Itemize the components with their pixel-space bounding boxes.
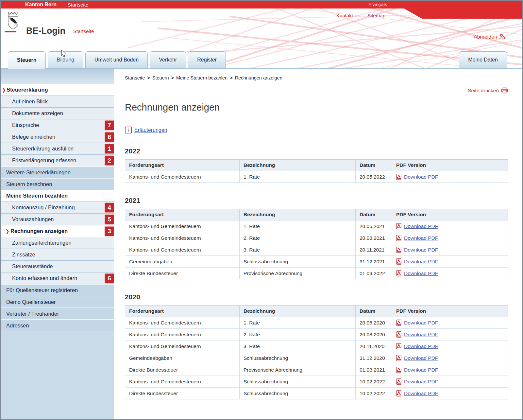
cell-forderungsart: Direkte Bundessteuer	[125, 364, 240, 376]
sidebar-item-zahlungserleichterungen[interactable]: Zahlungserleichterungen	[1, 237, 114, 249]
pdf-file-icon	[396, 223, 402, 229]
tab-verkehr[interactable]: Verkehr	[150, 51, 186, 68]
sidebar-item-auf-einen-blick[interactable]: Auf einen Blick	[1, 96, 114, 107]
sidebar-item-einsprache[interactable]: Einsprache7	[1, 119, 114, 131]
sidebar-item-meine-steuern-bezahlen[interactable]: Meine Steuern bezahlen	[1, 190, 114, 201]
cell-pdf-version: Download PDF	[392, 341, 508, 352]
breadcrumb-item-steuern[interactable]: Steuern	[152, 75, 169, 80]
year-heading-2020: 2020	[125, 293, 508, 301]
print-page-link[interactable]: Seite drucken	[468, 88, 499, 94]
sidebar-item-rechnungen-anzeigen[interactable]: ❯Rechnungen anzeigen3	[1, 225, 114, 237]
download-pdf-link[interactable]: Download PDF	[404, 247, 438, 253]
tab-umwelt-und-boden[interactable]: Umwelt und Boden	[85, 51, 148, 68]
download-pdf-link[interactable]: Download PDF	[404, 320, 438, 326]
explanations-link[interactable]: Erläuterungen	[134, 127, 167, 133]
pdf-file-icon	[396, 258, 402, 265]
notification-badge: 4	[104, 202, 114, 213]
printer-icon[interactable]	[501, 87, 508, 94]
tab-meine-daten[interactable]: Meine Daten	[459, 51, 507, 68]
notification-badge: 8	[104, 132, 114, 142]
table-row: Kantons- und Gemeindesteuern1. Rate20.05…	[125, 171, 508, 183]
download-pdf-link[interactable]: Download PDF	[404, 343, 438, 349]
cell-pdf-version: Download PDF	[392, 244, 508, 256]
sidebar-item-label: Belege einreichen	[12, 134, 55, 140]
pdf-file-icon	[396, 247, 402, 253]
sidebar-item-dokumente-anzeigen[interactable]: Dokumente anzeigen	[1, 107, 114, 119]
year-heading-2022: 2022	[125, 147, 508, 155]
table-header-row: ForderungsartBezeichnungDatumPDF Version	[125, 209, 508, 220]
sidebar-item-steuern-berechnen[interactable]: Steuern berechnen	[1, 178, 114, 190]
breadcrumb-item-startseite[interactable]: Startseite	[125, 75, 145, 80]
download-pdf-link[interactable]: Download PDF	[404, 235, 438, 241]
topbar-startseite-link[interactable]: Startseite	[68, 2, 88, 8]
cell-pdf-version: Download PDF	[392, 220, 508, 232]
tab-steuern[interactable]: Steuern	[8, 51, 46, 69]
cell-forderungsart: Kantons- und Gemeindesteuern	[125, 317, 240, 329]
sidebar-item-weitere-steuererkl-rungen[interactable]: Weitere Steuererklärungen	[1, 166, 114, 178]
active-chevron-icon: ❯	[6, 228, 9, 234]
notification-badge: 3	[104, 226, 114, 236]
breadcrumb-separator: >	[171, 75, 174, 80]
logout-link[interactable]: Abmelden	[474, 34, 506, 40]
table-row: Kantons- und Gemeindesteuern2. Rate20.08…	[125, 329, 508, 341]
table-row: Kantons- und Gemeindesteuern3. Rate20.11…	[125, 244, 508, 256]
cell-datum: 01.03.2022	[356, 268, 392, 279]
sidebar-item-konto-erfassen-und-ndern[interactable]: Konto erfassen und ändern6	[1, 272, 114, 284]
download-pdf-link[interactable]: Download PDF	[404, 259, 438, 265]
kanton-bern-link[interactable]: Kanton Bern	[25, 2, 57, 8]
sidebar-item-vorauszahlungen[interactable]: Vorauszahlungen5	[1, 213, 114, 225]
column-header-forderungsart: Forderungsart	[125, 209, 240, 220]
cell-bezeichnung: Schlussabrechnung	[240, 388, 356, 399]
sidebar-item-f-r-quellensteuer-registrieren[interactable]: Für Quellensteuer registrieren	[1, 284, 114, 296]
sidebar-item-label: Weitere Steuererklärungen	[6, 169, 71, 176]
sidebar-item-vertreter-treuh-nder[interactable]: Vertreter / Treuhänder	[1, 307, 114, 319]
download-pdf-link[interactable]: Download PDF	[404, 355, 438, 361]
sidebar-item-label: Steuern berechnen	[6, 181, 52, 187]
notification-badge: 2	[104, 155, 114, 166]
cell-bezeichnung: Provisorische Abrechnung	[240, 268, 356, 279]
tab-label: Verkehr	[159, 57, 177, 63]
column-header-pdf-version: PDF Version	[392, 306, 508, 317]
tab-label: Bildung	[57, 57, 74, 63]
sidebar-item-demo-quellensteuer[interactable]: Demo Quellensteuer	[1, 296, 114, 307]
explanations-row: i Erläuterungen	[125, 127, 508, 133]
language-francais-link[interactable]: Français	[368, 2, 387, 7]
info-icon: i	[125, 127, 132, 133]
cell-pdf-version: Download PDF	[392, 376, 508, 388]
download-pdf-link[interactable]: Download PDF	[404, 174, 438, 180]
sidebar-item-adressen[interactable]: Adressen	[1, 319, 114, 331]
download-pdf-link[interactable]: Download PDF	[404, 223, 438, 229]
cell-pdf-version: Download PDF	[392, 329, 508, 341]
download-pdf-link[interactable]: Download PDF	[404, 391, 438, 396]
download-pdf-link[interactable]: Download PDF	[404, 379, 438, 385]
cell-forderungsart: Kantons- und Gemeindesteuern	[125, 329, 240, 341]
download-pdf-link[interactable]: Download PDF	[404, 367, 438, 373]
sidebar-item-belege-einreichen[interactable]: Belege einreichen8	[1, 131, 114, 143]
tab-register[interactable]: Register	[188, 51, 226, 68]
header-startseite-link[interactable]: Startseite	[73, 28, 94, 34]
sitemap-link[interactable]: Sitemap	[367, 13, 385, 18]
kontakt-link[interactable]: Kontakt	[336, 13, 353, 18]
download-pdf-link[interactable]: Download PDF	[404, 332, 438, 338]
sidebar-item-steuererkl-rung-ausf-llen[interactable]: Steuererklärung ausfüllen1	[1, 143, 114, 154]
sidebar-item-label: Steuererklärung	[7, 87, 48, 93]
column-header-datum: Datum	[356, 209, 392, 220]
sidebar-item-steuerausst-nde[interactable]: Steuerausstände	[1, 260, 114, 272]
column-header-forderungsart: Forderungsart	[125, 306, 240, 317]
table-row: Kantons- und Gemeindesteuern2. Rate20.08…	[125, 232, 508, 244]
cell-pdf-version: Download PDF	[392, 317, 508, 329]
breadcrumb-separator: >	[147, 75, 150, 80]
sidebar-item-zinss-tze[interactable]: Zinssätze	[1, 249, 114, 260]
cell-datum: 20.05.2020	[356, 317, 392, 329]
sidebar-item-kontoauszug-einzahlung[interactable]: Kontoauszug / Einzahlung4	[1, 201, 114, 213]
download-pdf-link[interactable]: Download PDF	[404, 271, 438, 276]
sidebar-item-label: Einsprache	[12, 122, 39, 128]
cell-bezeichnung: Schlussabrechnung	[240, 352, 356, 364]
sidebar-item-steuererkl-rung[interactable]: ❯Steuererklärung	[1, 84, 114, 96]
cell-bezeichnung: 1. Rate	[240, 171, 356, 183]
cell-pdf-version: Download PDF	[392, 171, 508, 183]
cell-bezeichnung: 1. Rate	[240, 317, 356, 329]
cell-datum: 10.02.2022	[356, 388, 392, 399]
sidebar-item-fristverl-ngerung-erfassen[interactable]: Fristverlängerung erfassen2	[1, 154, 114, 166]
breadcrumb-item-meine-steuern-bezahlen[interactable]: Meine Steuern bezahlen	[176, 75, 228, 80]
